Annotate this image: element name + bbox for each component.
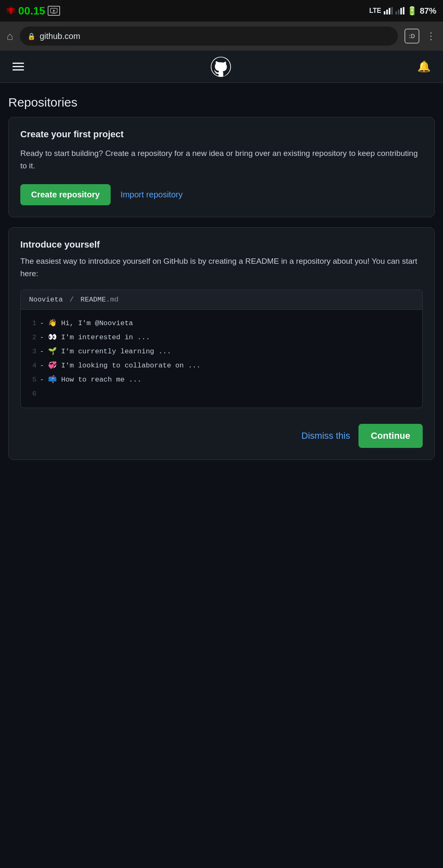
code-line-4: 4 - 💞️ I'm looking to collaborate on ...	[29, 359, 414, 373]
battery-percentage: 87%	[420, 6, 436, 16]
line-number-6: 6	[29, 387, 36, 401]
signal-icon	[384, 7, 393, 15]
introduce-title: Introduce yourself	[20, 239, 423, 250]
line-number-3: 3	[29, 345, 36, 359]
readme-code-block: 1 - 👋 Hi, I'm @Noovieta 2 - 👀 I'm intere…	[20, 310, 423, 408]
github-nav: 🔔	[0, 51, 443, 83]
signal-icon-2	[395, 7, 404, 15]
svg-rect-7	[391, 7, 393, 15]
create-repository-button[interactable]: Create repository	[20, 184, 111, 205]
line-content-1: - 👋 Hi, I'm @Noovieta	[40, 316, 133, 331]
continue-button[interactable]: Continue	[358, 424, 423, 448]
readme-username: Noovieta	[29, 296, 63, 304]
status-bar: 🕷 00.15 LTE 🔋 87%	[0, 0, 443, 22]
svg-rect-8	[395, 11, 397, 15]
browser-bar: ⌂ 🔒 github.com :D ⋮	[0, 22, 443, 51]
readme-slash: /	[65, 296, 78, 304]
code-line-3: 3 - 🌱 I'm currently learning ...	[29, 345, 414, 359]
introduce-yourself-card: Introduce yourself The easiest way to in…	[8, 227, 435, 460]
svg-rect-6	[389, 8, 390, 15]
svg-rect-4	[384, 11, 385, 15]
readme-filename-header: Noovieta / README.md	[20, 289, 423, 310]
line-number-5: 5	[29, 373, 36, 387]
readme-extension: .md	[106, 296, 119, 304]
svg-rect-5	[386, 10, 388, 15]
line-number-4: 4	[29, 359, 36, 373]
lock-icon: 🔒	[27, 32, 36, 40]
code-line-1: 1 - 👋 Hi, I'm @Noovieta	[29, 316, 414, 331]
create-project-card: Create your first project Ready to start…	[8, 117, 435, 217]
create-project-buttons: Create repository Import repository	[20, 184, 423, 205]
more-options-icon[interactable]: ⋮	[426, 30, 436, 42]
hamburger-menu[interactable]	[12, 63, 24, 71]
readme-filename: README	[80, 296, 106, 304]
status-time: 00.15	[18, 5, 45, 17]
line-content-2: - 👀 I'm interested in ...	[40, 331, 150, 345]
svg-rect-10	[400, 8, 402, 15]
dismiss-button[interactable]: Dismiss this	[301, 430, 350, 441]
line-content-5: - 📫 How to reach me ...	[40, 373, 141, 387]
svg-rect-11	[403, 7, 404, 15]
url-bar[interactable]: 🔒 github.com	[20, 27, 398, 46]
tab-switcher[interactable]: :D	[404, 29, 419, 44]
notifications-bell-icon[interactable]: 🔔	[417, 60, 431, 73]
code-line-2: 2 - 👀 I'm interested in ...	[29, 331, 414, 345]
line-number-1: 1	[29, 316, 36, 331]
code-line-6: 6	[29, 387, 414, 401]
introduce-bottom-buttons: Dismiss this Continue	[20, 420, 423, 448]
code-line-5: 5 - 📫 How to reach me ...	[29, 373, 414, 387]
repositories-section-title: Repositories	[8, 95, 435, 109]
svg-marker-3	[53, 10, 56, 12]
create-project-description: Ready to start building? Create a reposi…	[20, 147, 423, 173]
introduce-description: The easiest way to introduce yourself on…	[20, 255, 423, 280]
status-left: 🕷 00.15	[7, 5, 60, 17]
github-logo	[210, 56, 232, 78]
line-content-4: - 💞️ I'm looking to collaborate on ...	[40, 359, 201, 373]
svg-rect-9	[398, 10, 399, 15]
battery-icon: 🔋	[407, 6, 417, 16]
main-content: Repositories Create your first project R…	[0, 83, 443, 868]
create-project-title: Create your first project	[20, 129, 423, 140]
spider-icon: 🕷	[7, 5, 16, 16]
home-icon[interactable]: ⌂	[7, 30, 13, 43]
lte-label: LTE	[369, 7, 381, 15]
import-repository-button[interactable]: Import repository	[121, 190, 183, 199]
status-right: LTE 🔋 87%	[369, 6, 436, 16]
url-text: github.com	[40, 32, 80, 41]
screen-record-icon	[48, 6, 60, 16]
line-content-3: - 🌱 I'm currently learning ...	[40, 345, 171, 359]
line-number-2: 2	[29, 331, 36, 345]
